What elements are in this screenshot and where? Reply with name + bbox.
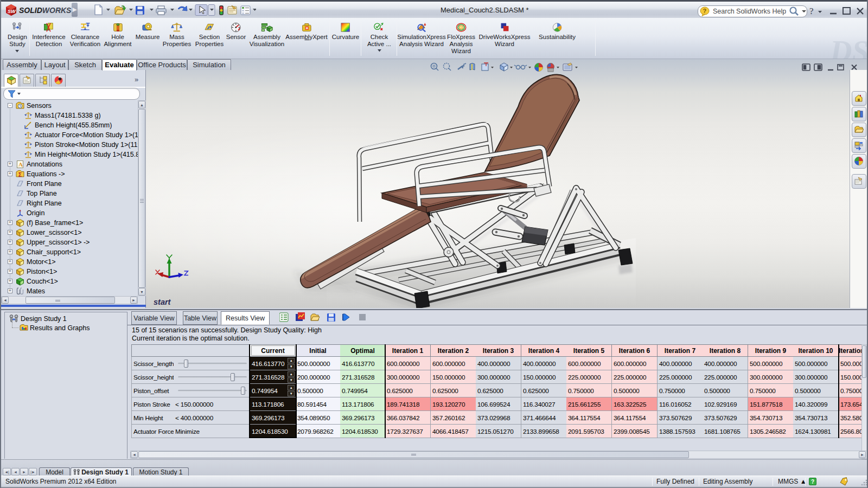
svg-text:Σ: Σ xyxy=(18,172,22,178)
svg-text:A: A xyxy=(18,161,23,168)
svg-text:?: ? xyxy=(703,8,707,14)
svg-text:SW: SW xyxy=(8,9,16,14)
svg-text:start: start xyxy=(154,298,171,306)
svg-text:?: ? xyxy=(809,6,814,16)
